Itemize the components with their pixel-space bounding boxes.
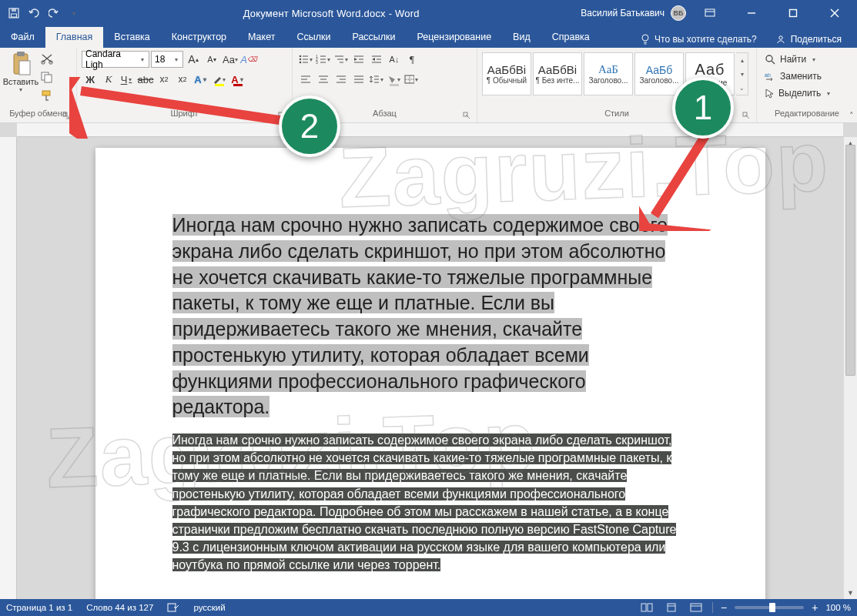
align-left-icon[interactable]: [297, 71, 314, 88]
copy-icon[interactable]: [40, 71, 55, 85]
print-layout-icon[interactable]: [663, 601, 680, 614]
highlight-color-icon[interactable]: ▾: [211, 71, 228, 88]
zoom-in-icon[interactable]: +: [812, 601, 818, 614]
window-title: Документ Microsoft Word.docx - Word: [82, 8, 581, 19]
select-button[interactable]: Выделить▾: [762, 85, 835, 102]
svg-rect-14: [17, 52, 25, 56]
user-name[interactable]: Василий Батькавич: [581, 8, 665, 18]
font-name-select[interactable]: Candara Ligh▾: [82, 51, 149, 68]
save-icon[interactable]: [6, 5, 22, 21]
font-size-select[interactable]: 18▾: [151, 51, 183, 68]
font-color-icon[interactable]: A▾: [229, 71, 246, 88]
cut-icon[interactable]: [40, 52, 55, 66]
svg-point-64: [766, 55, 772, 62]
zoom-out-icon[interactable]: −: [721, 601, 727, 614]
increase-indent-icon[interactable]: [368, 51, 385, 68]
decrease-indent-icon[interactable]: [350, 51, 367, 68]
annotation-badge-1: 1: [672, 77, 734, 139]
justify-icon[interactable]: [350, 71, 367, 88]
svg-rect-15: [19, 61, 30, 75]
svg-rect-3: [705, 9, 715, 16]
search-icon: [765, 54, 775, 65]
tell-me-label: Что вы хотите сделать?: [654, 34, 757, 45]
align-center-icon[interactable]: [315, 71, 332, 88]
zoom-slider[interactable]: [735, 606, 804, 609]
zoom-level[interactable]: 100 %: [825, 603, 851, 612]
ribbon-display-icon[interactable]: [692, 0, 728, 26]
style-normal[interactable]: АаБбВі¶ Обычный: [482, 52, 531, 95]
share-button[interactable]: Поделиться: [768, 31, 849, 48]
style-no-spacing[interactable]: АаБбВі¶ Без инте...: [533, 52, 582, 95]
share-icon: [775, 35, 786, 44]
style-heading2[interactable]: АаБбЗаголово...: [634, 52, 684, 95]
web-layout-icon[interactable]: [688, 601, 705, 614]
status-words[interactable]: Слово 44 из 127: [86, 603, 153, 612]
paragraph-1[interactable]: Иногда нам срочно нужно записать содержи…: [172, 213, 688, 420]
align-right-icon[interactable]: [333, 71, 350, 88]
tab-references[interactable]: Ссылки: [286, 27, 341, 48]
svg-rect-69: [648, 604, 652, 611]
document-area[interactable]: Иногда нам срочно нужно записать содержи…: [17, 137, 843, 599]
line-spacing-icon[interactable]: ▾: [368, 71, 385, 88]
spellcheck-icon[interactable]: [167, 602, 179, 613]
undo-icon[interactable]: [26, 5, 42, 21]
show-marks-icon[interactable]: ¶: [403, 51, 420, 68]
styles-label: Стили: [604, 109, 629, 118]
bullets-icon[interactable]: ▾: [297, 51, 314, 68]
scroll-down-icon[interactable]: ▼: [844, 587, 857, 599]
vertical-scrollbar[interactable]: ▲ ▼: [843, 137, 857, 599]
tab-insert[interactable]: Вставка: [103, 27, 160, 48]
format-painter-icon[interactable]: [40, 89, 55, 103]
tab-help[interactable]: Справка: [541, 27, 601, 48]
bold-button[interactable]: Ж: [82, 71, 99, 88]
tab-mailings[interactable]: Рассылки: [341, 27, 406, 48]
tab-layout[interactable]: Макет: [237, 27, 286, 48]
tab-design[interactable]: Конструктор: [161, 27, 237, 48]
shrink-font-icon[interactable]: A▾: [203, 51, 220, 68]
style-heading1[interactable]: АаБЗаголово...: [584, 52, 633, 95]
dialog-launcher-icon[interactable]: [742, 112, 752, 121]
dialog-launcher-icon[interactable]: [62, 112, 72, 121]
maximize-icon[interactable]: [775, 0, 811, 26]
multilevel-list-icon[interactable]: ▾: [333, 51, 350, 68]
strikethrough-button[interactable]: abc: [137, 71, 154, 88]
shading-icon[interactable]: ▾: [386, 71, 403, 88]
status-language[interactable]: русский: [193, 603, 225, 612]
clear-format-icon[interactable]: A⌫: [240, 51, 257, 68]
tab-review[interactable]: Рецензирование: [407, 27, 503, 48]
grow-font-icon[interactable]: A▴: [185, 51, 202, 68]
scroll-thumb[interactable]: [845, 145, 855, 376]
collapse-ribbon-icon[interactable]: ˄: [849, 111, 854, 121]
sort-icon[interactable]: A↓: [386, 51, 403, 68]
find-button[interactable]: Найти▾: [762, 51, 820, 68]
paragraph-2[interactable]: Иногда нам срочно нужно записать содержи…: [172, 431, 688, 574]
font-label: Шрифт: [170, 109, 198, 118]
user-avatar[interactable]: ВБ: [671, 5, 686, 21]
dialog-launcher-icon[interactable]: [463, 112, 472, 121]
italic-button[interactable]: К: [100, 71, 117, 88]
cursor-icon: [765, 88, 774, 99]
read-mode-icon[interactable]: [638, 601, 655, 614]
status-page[interactable]: Страница 1 из 1: [6, 603, 72, 612]
borders-icon[interactable]: ▾: [403, 71, 420, 88]
paste-button[interactable]: Вставить ▾: [5, 51, 37, 93]
tab-view[interactable]: Вид: [502, 27, 541, 48]
underline-button[interactable]: Ч▾: [119, 71, 136, 88]
tell-me[interactable]: Что вы хотите сделать?: [633, 31, 765, 48]
superscript-button[interactable]: x2: [174, 71, 191, 88]
qat-customize-icon[interactable]: ▾: [66, 5, 82, 21]
redo-icon[interactable]: [46, 5, 62, 21]
svg-point-12: [779, 36, 782, 39]
tab-file[interactable]: Файл: [0, 27, 45, 48]
minimize-icon[interactable]: [734, 0, 769, 26]
svg-rect-70: [668, 604, 675, 611]
close-icon[interactable]: [817, 0, 852, 26]
numbering-icon[interactable]: 123▾: [315, 51, 332, 68]
styles-more[interactable]: ▴▾⌄: [736, 52, 748, 95]
tab-home[interactable]: Главная: [45, 27, 104, 48]
vertical-ruler[interactable]: [0, 137, 17, 599]
subscript-button[interactable]: x2: [156, 71, 172, 88]
text-effects-icon[interactable]: A▾: [192, 71, 209, 88]
change-case-icon[interactable]: Aa▾: [222, 51, 239, 68]
replace-button[interactable]: abЗаменить: [762, 68, 825, 85]
